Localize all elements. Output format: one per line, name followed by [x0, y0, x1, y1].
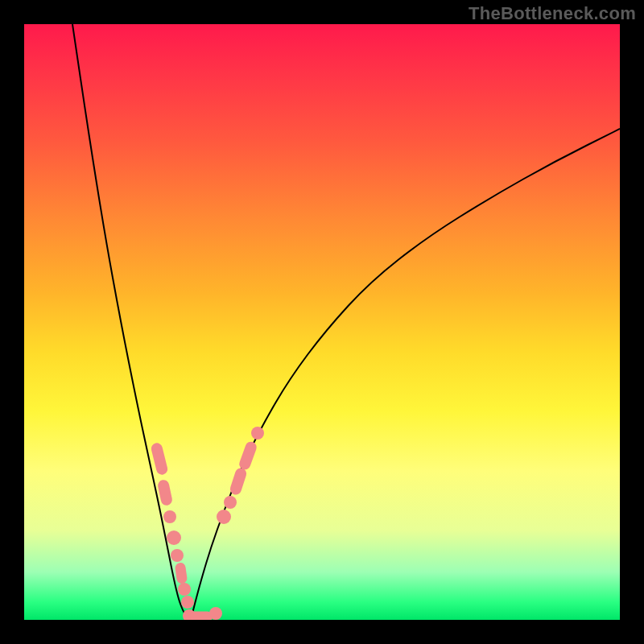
- left-marker-6: [178, 583, 191, 596]
- bottom-marker-1: [190, 612, 213, 621]
- plot-frame: [24, 24, 620, 620]
- bottom-marker-2: [209, 607, 222, 620]
- right-marker-4: [251, 427, 264, 440]
- markers-group: [150, 427, 264, 620]
- left-marker-1: [157, 479, 173, 506]
- left-marker-5: [175, 562, 188, 584]
- right-marker-0: [217, 510, 231, 524]
- plot-svg: [24, 24, 620, 620]
- watermark-text: TheBottleneck.com: [469, 3, 636, 24]
- left-marker-7: [181, 596, 194, 609]
- right-marker-3: [237, 440, 258, 472]
- chart-stage: TheBottleneck.com: [0, 0, 644, 644]
- right-curve: [191, 129, 620, 620]
- left-marker-2: [163, 510, 176, 523]
- left-marker-0: [150, 442, 168, 476]
- left-curve: [72, 24, 191, 620]
- right-marker-2: [229, 467, 248, 497]
- right-marker-1: [224, 496, 237, 509]
- left-marker-3: [167, 530, 181, 545]
- left-marker-4: [171, 549, 184, 562]
